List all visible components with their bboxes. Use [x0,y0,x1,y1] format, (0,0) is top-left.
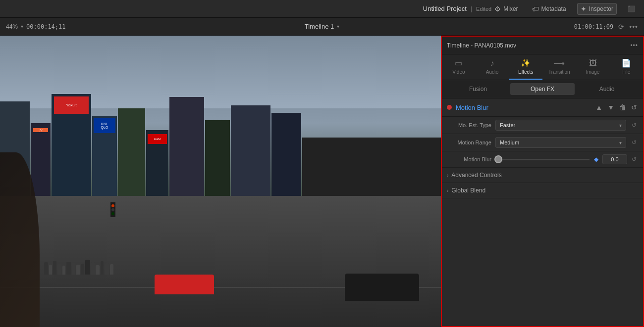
tab-transition[interactable]: ⟶ Transition [542,54,576,80]
fx-reorder-up-icon[interactable]: ▲ [594,102,603,112]
slider-thumb[interactable] [494,155,502,163]
transition-tab-icon: ⟶ [553,58,565,68]
fx-title: Motion Blur [456,104,590,111]
inspector-panel: Timeline - PANA0105.mov ••• ▭ Video ♪ Au… [441,36,644,327]
metadata-icon: 🏷 [532,5,539,13]
timeline-name-chevron[interactable]: ▾ [337,24,339,29]
inspector-header: Timeline - PANA0105.mov ••• [442,37,643,54]
inspector-title: Timeline - PANA0105.mov [447,42,516,49]
sync-icon[interactable]: ⟳ [618,23,624,31]
mixer-icon: ⚙ [494,5,501,13]
main-content: だ Yakult UNIQLO H&M [0,36,644,327]
timecode-left: 00:00:14;11 [26,23,65,30]
inspector-more-button[interactable]: ••• [630,42,638,49]
video-tab-label: Video [452,69,465,75]
mo-est-type-dropdown[interactable]: Faster ▾ [495,120,626,131]
timeline-center: Timeline 1 ▾ [216,23,427,30]
subtab-audio[interactable]: Audio [575,83,639,95]
motion-blur-value[interactable]: 0.0 [602,154,627,164]
motion-blur-slider-row: Motion Blur ◆ 0.0 ↺ [442,151,643,168]
mo-est-type-arrow-icon: ▾ [619,123,622,128]
fx-reorder-down-icon[interactable]: ▼ [606,102,615,112]
fx-actions: ▲ ▼ 🗑 ↺ [594,102,638,112]
metadata-label: Metadata [541,5,566,12]
video-preview-area: だ Yakult UNIQLO H&M [0,36,441,327]
motion-range-reset-icon[interactable]: ↺ [630,139,638,146]
mo-est-type-reset-icon[interactable]: ↺ [630,122,638,129]
zoom-level: 44% [6,23,18,30]
mo-est-type-row: Mo. Est. Type Faster ▾ ↺ [442,117,643,134]
timeline-more-button[interactable]: ••• [629,23,638,31]
effects-tab-icon: ✨ [521,58,531,68]
street [0,196,441,327]
motion-range-row: Motion Range Medium ▾ ↺ [442,134,643,151]
tab-video[interactable]: ▭ Video [442,54,476,80]
file-tab-icon: 📄 [621,58,631,68]
global-blend-label: Global Blend [451,187,485,194]
image-tab-icon: 🖼 [589,59,597,68]
timeline-left: 44% ▾ 00:00:14;11 [6,23,216,30]
title-bar-center: Untitled Project | Edited [423,5,491,12]
tab-audio[interactable]: ♪ Audio [476,54,509,80]
subtab-audio-label: Audio [599,86,615,93]
tab-file[interactable]: 📄 File [609,54,643,80]
title-bar-right: ⚙ Mixer 🏷 Metadata ✦ Inspector ⬛ [491,3,638,15]
advanced-controls-section[interactable]: › Advanced Controls [442,168,643,183]
effects-tab-label: Effects [518,69,533,75]
title-bar: Untitled Project | Edited ⚙ Mixer 🏷 Meta… [0,0,644,18]
motion-range-value: Medium [500,140,519,145]
advanced-expand-icon: › [447,173,448,178]
global-blend-expand-icon: › [447,188,448,193]
edited-status: Edited [476,6,491,12]
tab-image[interactable]: 🖼 Image [576,54,610,80]
export-button[interactable]: ⬛ [625,4,638,14]
advanced-controls-label: Advanced Controls [451,172,501,179]
transition-tab-label: Transition [548,69,570,75]
subtab-openfx-label: Open FX [531,86,554,93]
motion-blur-label: Motion Blur [447,156,491,162]
keyframe-diamond-icon[interactable]: ◆ [592,156,599,163]
motion-range-dropdown[interactable]: Medium ▾ [495,137,626,148]
mixer-label: Mixer [503,5,518,12]
mo-est-type-label: Mo. Est. Type [447,122,491,128]
video-tab-icon: ▭ [455,58,462,68]
audio-tab-label: Audio [486,69,499,75]
timeline-name: Timeline 1 [305,23,334,30]
subtab-fusion-label: Fusion [469,86,487,93]
inspector-tabs: ▭ Video ♪ Audio ✨ Effects ⟶ Transition 🖼… [442,54,643,80]
fx-active-dot[interactable] [447,105,452,110]
metadata-button[interactable]: 🏷 Metadata [529,3,569,14]
timeline-toolbar: 44% ▾ 00:00:14;11 Timeline 1 ▾ 01:00:11;… [0,18,644,36]
timeline-right: 01:00:11;09 ⟳ ••• [428,23,638,31]
timecode-right: 01:00:11;09 [574,23,613,30]
mo-est-type-value: Faster [500,122,515,128]
subtab-openfx[interactable]: Open FX [510,83,575,95]
motion-range-arrow-icon: ▾ [619,140,622,145]
subtab-fusion[interactable]: Fusion [446,83,510,95]
inspector-label: Inspector [589,5,613,12]
fx-section-header: Motion Blur ▲ ▼ 🗑 ↺ [442,98,643,117]
zoom-dropdown[interactable]: ▾ [21,24,23,29]
fx-reset-all-icon[interactable]: ↺ [630,102,638,112]
motion-range-label: Motion Range [447,140,491,145]
mixer-button[interactable]: ⚙ Mixer [491,3,521,14]
image-tab-label: Image [586,69,600,75]
video-frame: だ Yakult UNIQLO H&M [0,36,441,327]
slider-track [494,159,590,160]
inspector-button[interactable]: ✦ Inspector [577,3,617,15]
inspector-content: Motion Blur ▲ ▼ 🗑 ↺ Mo. Est. Type Faster… [442,98,643,326]
fx-delete-icon[interactable]: 🗑 [618,102,627,112]
tab-effects[interactable]: ✨ Effects [509,54,542,80]
global-blend-section[interactable]: › Global Blend [442,183,643,198]
sub-tabs: Fusion Open FX Audio [442,80,643,98]
export-icon: ⬛ [628,5,635,12]
project-name: Untitled Project [423,5,467,12]
motion-blur-slider[interactable] [494,154,590,164]
motion-blur-reset-icon[interactable]: ↺ [630,156,638,163]
inspector-icon: ✦ [581,5,587,13]
audio-tab-icon: ♪ [490,59,494,68]
file-tab-label: File [622,69,630,75]
